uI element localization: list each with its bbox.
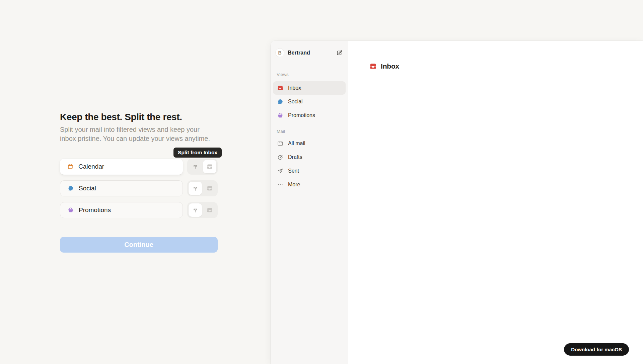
section-label-mail: Mail (277, 129, 342, 134)
inbox-icon (369, 62, 377, 70)
inbox-option-button[interactable] (203, 203, 216, 217)
sidebar-item-sent[interactable]: Sent (273, 164, 346, 178)
sidebar-item-promotions[interactable]: Promotions (273, 109, 346, 122)
row-label: Social (79, 185, 96, 192)
section-label-views: Views (277, 72, 342, 77)
inbox-tray-icon (206, 185, 213, 192)
sidebar-item-label: Inbox (288, 85, 301, 91)
compose-icon[interactable] (336, 50, 343, 56)
sidebar-item-all-mail[interactable]: All mail (273, 137, 346, 150)
calendar-destination-toggle (187, 159, 218, 175)
promotions-destination-toggle (187, 202, 218, 218)
mail-main: Inbox (348, 41, 643, 364)
chat-bubble-icon (277, 98, 284, 105)
split-option-button[interactable] (189, 182, 202, 195)
inbox-option-button[interactable] (203, 160, 216, 173)
continue-button[interactable]: Continue (60, 237, 218, 253)
calendar-icon (67, 163, 74, 170)
social-card[interactable]: Social (60, 180, 183, 196)
promotions-card[interactable]: Promotions (60, 202, 183, 218)
row-social: Social (60, 180, 218, 196)
download-macos-button[interactable]: Download for macOS (564, 343, 629, 356)
sidebar-header: B Bertrand (271, 48, 348, 57)
sidebar-item-drafts[interactable]: Drafts (273, 151, 346, 164)
sidebar-item-label: Sent (288, 168, 299, 174)
draft-icon (277, 154, 284, 161)
split-icon (192, 207, 199, 213)
header-divider (369, 78, 643, 78)
split-option-button[interactable] (189, 203, 202, 217)
social-destination-toggle (187, 180, 218, 196)
ellipsis-icon (277, 181, 284, 188)
row-promotions: Promotions (60, 202, 218, 218)
view-rows: Calendar Social (60, 159, 218, 224)
avatar[interactable]: B (275, 48, 284, 57)
sidebar-item-label: Drafts (288, 154, 302, 160)
split-icon (192, 185, 199, 192)
sidebar-item-label: All mail (288, 141, 305, 147)
mail-sidebar: B Bertrand Views Inbox Social (271, 41, 348, 364)
row-label: Promotions (79, 206, 111, 214)
inbox-option-button[interactable] (203, 182, 216, 195)
split-icon (192, 163, 199, 170)
split-option-button[interactable] (189, 160, 202, 173)
calendar-card[interactable]: Calendar (60, 159, 183, 175)
inbox-icon (277, 85, 284, 91)
basket-icon (277, 112, 284, 119)
inbox-tray-icon (206, 163, 213, 170)
sidebar-item-inbox[interactable]: Inbox (273, 81, 346, 95)
inbox-tray-icon (206, 207, 213, 213)
onboarding-screen: Keep the best. Split the rest. Split you… (0, 0, 643, 364)
sidebar-item-more[interactable]: More (273, 178, 346, 191)
page-description: Split your mail into filtered views and … (60, 125, 214, 143)
send-icon (277, 168, 284, 174)
account-name: Bertrand (288, 50, 336, 56)
split-from-inbox-tooltip: Split from Inbox (173, 148, 222, 158)
sidebar-item-social[interactable]: Social (273, 95, 346, 108)
basket-icon (67, 207, 74, 213)
sidebar-item-label: More (288, 182, 300, 188)
mailbox-header: Inbox (369, 62, 399, 70)
mailbox-title: Inbox (381, 62, 399, 70)
mail-icon (277, 140, 284, 147)
mail-app-preview: B Bertrand Views Inbox Social (271, 41, 643, 364)
chat-bubble-icon (67, 185, 74, 192)
row-calendar: Calendar (60, 159, 218, 175)
sidebar-item-label: Promotions (288, 112, 315, 118)
page-title: Keep the best. Split the rest. (60, 112, 182, 122)
row-label: Calendar (78, 163, 104, 170)
sidebar-item-label: Social (288, 99, 303, 105)
